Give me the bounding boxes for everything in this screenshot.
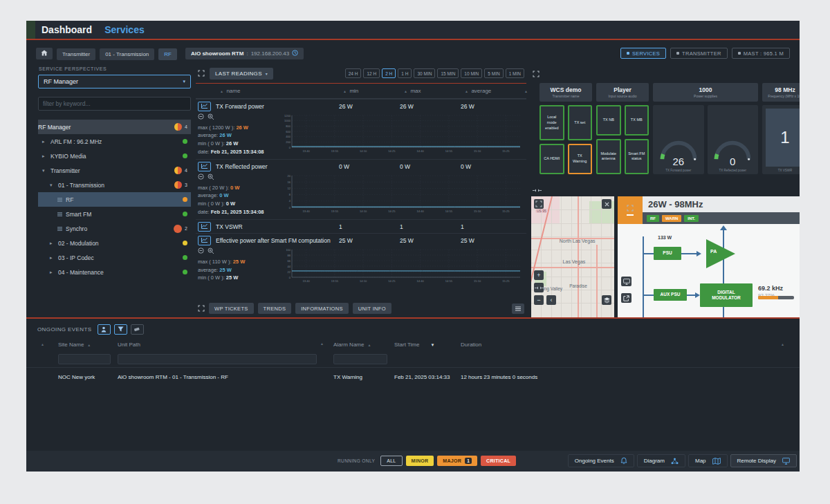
- open-external-button[interactable]: [621, 293, 631, 303]
- sidebar-item-arl-fm-96-2-mhz[interactable]: ▸ARL FM : 96.2 MHz: [38, 134, 191, 149]
- home-button[interactable]: [36, 48, 53, 59]
- unit-chip[interactable]: AiO showroom RTM : 192.168.200.43: [185, 48, 304, 59]
- node-psu[interactable]: PSU: [654, 247, 681, 260]
- range-button-5min[interactable]: 5 MIN: [484, 68, 503, 78]
- clock-icon[interactable]: [292, 50, 298, 57]
- range-button-15min[interactable]: 15 MIN: [437, 68, 459, 78]
- chart-icon[interactable]: [198, 222, 211, 232]
- tab-dashboard[interactable]: Dashboard: [42, 24, 92, 35]
- breadcrumb-item-2[interactable]: RF: [158, 48, 177, 60]
- map-fit-button[interactable]: [534, 283, 544, 292]
- filter-button[interactable]: [114, 324, 127, 335]
- node-pa-shape[interactable]: [706, 239, 735, 268]
- last-readings-button[interactable]: LAST READINGS ▾: [210, 68, 273, 80]
- list-toggle-button[interactable]: [512, 304, 524, 314]
- sidebar-item-kybio-media[interactable]: ▸KYBIO Media: [38, 149, 191, 163]
- sidebar-item-smart-fm[interactable]: Smart FM: [38, 207, 191, 221]
- footer-nav-remote-display[interactable]: Remote Display: [730, 454, 797, 467]
- severity-filter-major[interactable]: MAJOR1: [437, 456, 477, 466]
- view-tab-2[interactable]: MAST : 965.1 M: [732, 48, 790, 59]
- reading-row[interactable]: TX Reflected power0 W0 W0 W: [196, 159, 526, 173]
- footer-nav-diagram[interactable]: Diagram: [637, 454, 685, 467]
- tree-expand-icon[interactable]: ▸: [42, 139, 47, 144]
- map-expand-button[interactable]: [534, 199, 544, 209]
- chart-icon[interactable]: [198, 236, 211, 245]
- node-aux-psu[interactable]: AUX PSU: [654, 289, 687, 301]
- col-duration[interactable]: Duration: [461, 342, 777, 348]
- zoom-icon[interactable]: [208, 113, 214, 123]
- tab-trends[interactable]: TRENDS: [258, 303, 292, 314]
- col-start-time[interactable]: Start Time▼: [394, 342, 461, 348]
- reading-row[interactable]: TX VSWR111: [196, 219, 526, 233]
- chart-icon[interactable]: [198, 102, 211, 111]
- severity-filter-all[interactable]: ALL: [380, 456, 402, 466]
- node-digital-modulator[interactable]: DIGITAL MODULATOR: [700, 283, 753, 307]
- sidebar-item-02-modulation[interactable]: ▸02 - Modulation: [38, 236, 191, 250]
- reading-row[interactable]: Effective power after Smart FM computati…: [196, 233, 526, 247]
- sidebar-item-04-maintenance[interactable]: ▸04 - Maintenance: [38, 265, 191, 279]
- col-site-name[interactable]: Site Name▲: [58, 342, 118, 348]
- reset-zoom-icon[interactable]: [198, 113, 204, 123]
- col-average[interactable]: ▲ average: [461, 88, 520, 94]
- tab-informations[interactable]: INFORMATIONS: [295, 303, 349, 314]
- map-zoom-in-button[interactable]: +: [534, 270, 544, 280]
- filter-site-name-input[interactable]: [58, 354, 111, 364]
- col-alarm-name[interactable]: Alarm Name▲: [333, 342, 394, 348]
- sidebar-item-rf-manager[interactable]: RF Manager4: [38, 120, 191, 134]
- filter-alarm-name-input[interactable]: [333, 354, 387, 364]
- map-close-button[interactable]: [602, 199, 611, 209]
- zoom-icon[interactable]: [208, 248, 214, 257]
- range-button-30min[interactable]: 30 MIN: [414, 68, 435, 78]
- acknowledge-user-button[interactable]: [98, 324, 111, 335]
- range-button-10min[interactable]: 10 MIN: [461, 68, 482, 78]
- breadcrumb-item-0[interactable]: Transmitter: [57, 48, 95, 60]
- zoom-icon[interactable]: [208, 174, 214, 183]
- breadcrumb-item-1[interactable]: 01 - Transmission: [100, 48, 154, 60]
- range-button-24h[interactable]: 24 H: [345, 68, 362, 78]
- footer-nav-map[interactable]: Map: [688, 454, 728, 467]
- tree-expand-icon[interactable]: ▸: [50, 255, 55, 261]
- view-tab-0[interactable]: SERVICES: [620, 48, 666, 59]
- tree-expand-icon[interactable]: ▸: [42, 153, 47, 159]
- tree-collapse-icon[interactable]: ▾: [50, 183, 55, 188]
- tree-expand-icon[interactable]: ▸: [50, 241, 55, 246]
- event-row[interactable]: NOC New yorkAiO showroom RTM - 01 - Tran…: [26, 367, 800, 386]
- severity-filter-critical[interactable]: CRITICAL: [481, 456, 516, 466]
- map-widget[interactable]: US 95North Las VegasLas VegasParadiseSpr…: [531, 196, 614, 317]
- range-button-2h[interactable]: 2 H: [382, 68, 396, 78]
- sidebar-item-transmitter[interactable]: ▾Transmitter4: [38, 163, 191, 178]
- collapse-horizontal-icon[interactable]: [533, 184, 542, 196]
- keyword-filter-input[interactable]: [38, 97, 191, 111]
- severity-filter-minor[interactable]: MINOR: [406, 456, 434, 466]
- tab-unit-info[interactable]: UNIT INFO: [353, 303, 391, 314]
- remote-display-button[interactable]: [621, 277, 631, 286]
- reset-zoom-icon[interactable]: [198, 174, 204, 183]
- col-max[interactable]: ▲ max: [400, 88, 461, 94]
- tab-services[interactable]: Services: [104, 24, 145, 35]
- col-unit-path[interactable]: Unit Path▲: [118, 342, 333, 348]
- map-back-button[interactable]: ‹: [546, 295, 556, 305]
- range-button-1min[interactable]: 1 MIN: [506, 68, 524, 78]
- reading-row[interactable]: TX Forward power26 W26 W26 W: [196, 99, 526, 113]
- map-layers-button[interactable]: [602, 295, 611, 305]
- sidebar-item-03-ip-codec[interactable]: ▸03 - IP Codec: [38, 250, 191, 265]
- diagram-expand-tile[interactable]: [618, 196, 643, 224]
- reset-zoom-icon[interactable]: [198, 248, 204, 257]
- footer-nav-ongoing-events[interactable]: Ongoing Events: [568, 454, 634, 467]
- clear-filters-button[interactable]: [131, 324, 144, 335]
- expand-icon[interactable]: [198, 302, 205, 315]
- expand-icon[interactable]: [198, 67, 205, 80]
- tree-collapse-icon[interactable]: ▾: [42, 168, 47, 174]
- sidebar-item-rf[interactable]: RF: [38, 192, 191, 207]
- sidebar-item-synchro[interactable]: Synchro2: [38, 221, 191, 236]
- map-zoom-out-button[interactable]: −: [534, 295, 544, 305]
- view-tab-1[interactable]: TRANSMITTER: [670, 48, 728, 59]
- tree-expand-icon[interactable]: ▸: [50, 270, 55, 275]
- tab-wp-tickets[interactable]: WP TICKETS: [209, 303, 254, 314]
- range-button-1h[interactable]: 1 H: [398, 68, 412, 78]
- expand-icon[interactable]: [533, 68, 540, 80]
- chart-icon[interactable]: [198, 162, 211, 171]
- col-name[interactable]: ▲ name: [216, 88, 339, 94]
- perspective-select[interactable]: RF Manager ▾: [38, 75, 191, 88]
- filter-unit-path-input[interactable]: [118, 354, 317, 364]
